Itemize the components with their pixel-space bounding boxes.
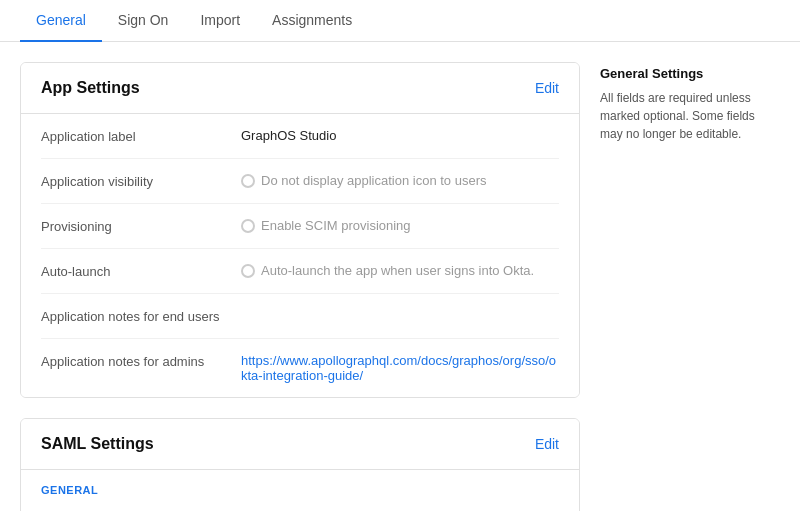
saml-settings-header: SAML Settings Edit bbox=[21, 419, 579, 470]
tab-general[interactable]: General bbox=[20, 0, 102, 42]
tab-assignments[interactable]: Assignments bbox=[256, 0, 368, 42]
tab-import[interactable]: Import bbox=[184, 0, 256, 42]
field-label-app-label: Application label bbox=[41, 128, 241, 144]
field-row-autolaunch: Auto-launch Auto-launch the app when use… bbox=[41, 249, 559, 294]
field-label-visibility: Application visibility bbox=[41, 173, 241, 189]
sidebar: General Settings All fields are required… bbox=[600, 62, 780, 511]
page-layout: App Settings Edit Application label Grap… bbox=[0, 42, 800, 511]
saml-settings-title: SAML Settings bbox=[41, 435, 154, 453]
field-row-visibility: Application visibility Do not display ap… bbox=[41, 159, 559, 204]
field-value-notes-admins: https://www.apollographql.com/docs/graph… bbox=[241, 353, 559, 383]
main-content: App Settings Edit Application label Grap… bbox=[20, 62, 580, 511]
field-value-app-label: GraphOS Studio bbox=[241, 128, 559, 143]
field-value-provisioning: Enable SCIM provisioning bbox=[241, 218, 559, 233]
saml-settings-edit-button[interactable]: Edit bbox=[535, 436, 559, 452]
field-row-app-label: Application label GraphOS Studio bbox=[41, 114, 559, 159]
app-settings-title: App Settings bbox=[41, 79, 140, 97]
saml-section-general-label: GENERAL bbox=[41, 470, 559, 500]
field-label-autolaunch: Auto-launch bbox=[41, 263, 241, 279]
app-settings-card: App Settings Edit Application label Grap… bbox=[20, 62, 580, 398]
sidebar-title: General Settings bbox=[600, 66, 780, 81]
field-label-notes-end-users: Application notes for end users bbox=[41, 308, 241, 324]
field-value-autolaunch: Auto-launch the app when user signs into… bbox=[241, 263, 559, 278]
tabs-bar: General Sign On Import Assignments bbox=[0, 0, 800, 42]
sidebar-description: All fields are required unless marked op… bbox=[600, 89, 780, 143]
field-row-provisioning: Provisioning Enable SCIM provisioning bbox=[41, 204, 559, 249]
saml-settings-card: SAML Settings Edit GENERAL Single Sign O… bbox=[20, 418, 580, 511]
field-value-visibility: Do not display application icon to users bbox=[241, 173, 559, 188]
field-label-notes-admins: Application notes for admins bbox=[41, 353, 241, 369]
app-settings-edit-button[interactable]: Edit bbox=[535, 80, 559, 96]
field-row-notes-admins: Application notes for admins https://www… bbox=[41, 339, 559, 397]
radio-autolaunch bbox=[241, 264, 255, 278]
field-label-provisioning: Provisioning bbox=[41, 218, 241, 234]
app-settings-body: Application label GraphOS Studio Applica… bbox=[21, 114, 579, 397]
app-settings-header: App Settings Edit bbox=[21, 63, 579, 114]
field-row-sso-url: Single Sign On URL bbox=[41, 500, 559, 511]
radio-provisioning bbox=[241, 219, 255, 233]
radio-visibility bbox=[241, 174, 255, 188]
saml-settings-body: GENERAL Single Sign On URL Recipient URL… bbox=[21, 470, 579, 511]
tab-sign-on[interactable]: Sign On bbox=[102, 0, 185, 42]
field-row-notes-end-users: Application notes for end users bbox=[41, 294, 559, 339]
